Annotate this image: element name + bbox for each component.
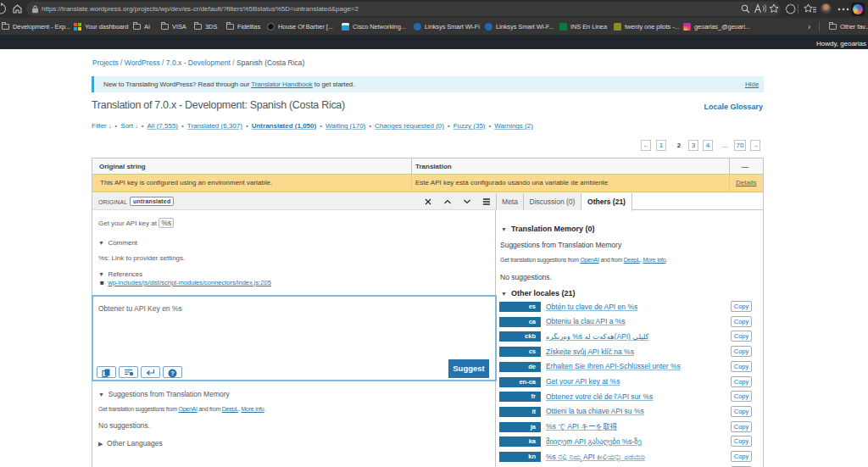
svg-text:?: ? (170, 370, 175, 377)
